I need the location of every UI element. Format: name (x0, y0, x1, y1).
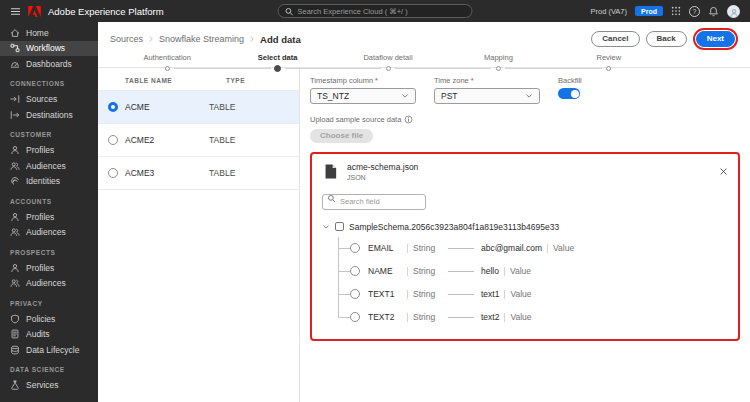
hamburger-menu-icon[interactable] (10, 6, 21, 17)
sidebar-item-audits[interactable]: Audits (0, 327, 98, 343)
required-marker: * (375, 76, 378, 85)
choose-file-button[interactable]: Choose file (310, 129, 373, 143)
chevron-down-icon (401, 92, 409, 100)
search-icon (285, 7, 294, 16)
toggle-knob (571, 90, 579, 98)
radio-unselected[interactable] (108, 135, 118, 145)
json-file-icon (322, 163, 339, 180)
step-dot (496, 66, 501, 71)
radio-selected[interactable] (108, 102, 118, 112)
schema-field-row-name: NAME String hello Value (338, 260, 728, 283)
environment-badge[interactable]: Prod (635, 6, 663, 16)
beaker-icon (10, 380, 20, 390)
table-list-panel: TABLE NAME TYPE ACME TABLE ACME2 TABLE A… (98, 68, 300, 402)
tree-line (338, 237, 339, 317)
sidebar-item-services[interactable]: Services (0, 378, 98, 394)
global-search-input[interactable] (298, 7, 466, 16)
step-dot (165, 66, 170, 71)
sidebar-item-customer-profiles[interactable]: Profiles (0, 143, 98, 159)
chevron-right-icon (248, 35, 256, 43)
sidebar-section-connections: CONNECTIONS (0, 76, 98, 92)
clipboard-icon (10, 329, 20, 339)
required-marker: * (471, 76, 474, 85)
home-icon (10, 28, 20, 38)
user-avatar[interactable] (727, 5, 740, 18)
person-icon (10, 263, 20, 273)
chevron-right-icon (147, 35, 155, 43)
environment-label: Prod (VA7) (591, 7, 628, 16)
collapse-chevron-icon[interactable] (322, 223, 330, 231)
cancel-button[interactable]: Cancel (591, 31, 639, 47)
uploaded-file-type: JSON (347, 174, 418, 181)
radio-unselected[interactable] (108, 168, 118, 178)
back-button[interactable]: Back (646, 31, 687, 47)
sidebar-item-accounts-profiles[interactable]: Profiles (0, 209, 98, 225)
avatar-person-icon (729, 8, 739, 18)
field-radio[interactable] (350, 243, 360, 253)
field-radio[interactable] (350, 266, 360, 276)
sidebar-item-label: Audiences (26, 278, 66, 288)
sidebar-item-home[interactable]: Home (0, 25, 98, 41)
sidebar-item-label: Profiles (26, 263, 54, 273)
info-icon[interactable] (404, 115, 413, 124)
top-bar: Adobe Experience Platform Prod (VA7) Pro… (0, 0, 750, 22)
help-icon[interactable] (689, 6, 700, 17)
schema-root-label: SampleSchema.2056c3923a804f1a819e3113b46… (349, 222, 559, 232)
backfill-label: Backfill (558, 76, 582, 85)
field-radio[interactable] (350, 312, 360, 322)
sidebar-item-identities[interactable]: Identities (0, 174, 98, 190)
sidebar-item-prospects-profiles[interactable]: Profiles (0, 260, 98, 276)
sidebar-item-label: Audiences (26, 161, 66, 171)
destinations-icon (10, 110, 20, 120)
sidebar-item-prospects-audiences[interactable]: Audiences (0, 276, 98, 292)
timezone-select[interactable]: PST (434, 88, 540, 104)
timezone-label: Time zone (434, 76, 469, 85)
chevron-down-icon (525, 92, 533, 100)
person-icon (10, 212, 20, 222)
step-select-data[interactable]: Select data (222, 53, 332, 72)
workflows-icon (10, 43, 20, 53)
sidebar-item-label: Sources (26, 94, 57, 104)
sidebar-section-prospects: PROSPECTS (0, 245, 98, 261)
app-switcher-icon[interactable] (671, 6, 681, 16)
field-search-input[interactable] (322, 194, 426, 210)
sidebar-item-customer-audiences[interactable]: Audiences (0, 158, 98, 174)
sidebar-item-label: Home (26, 28, 49, 38)
timestamp-field: Timestamp column* TS_NTZ (310, 76, 416, 104)
next-button[interactable]: Next (696, 31, 735, 47)
people-icon (10, 227, 20, 237)
close-icon[interactable] (719, 167, 728, 176)
field-radio[interactable] (350, 289, 360, 299)
step-review[interactable]: Review (554, 53, 664, 72)
table-row-acme[interactable]: ACME TABLE (98, 91, 299, 124)
sidebar-item-label: Identities (26, 176, 60, 186)
sidebar-item-label: Audits (26, 329, 50, 339)
table-row-acme3[interactable]: ACME3 TABLE (98, 157, 299, 190)
sidebar-item-label: Profiles (26, 212, 54, 222)
field-search[interactable] (322, 190, 426, 210)
sidebar-item-workflows[interactable]: Workflows (0, 41, 98, 57)
breadcrumb-snowflake-streaming[interactable]: Snowflake Streaming (159, 34, 244, 44)
timestamp-column-select[interactable]: TS_NTZ (310, 88, 416, 104)
breadcrumb-sources[interactable]: Sources (110, 34, 143, 44)
sidebar-item-accounts-audiences[interactable]: Audiences (0, 225, 98, 241)
notifications-bell-icon[interactable] (708, 6, 719, 17)
backfill-toggle[interactable] (558, 88, 580, 99)
sidebar-item-policies[interactable]: Policies (0, 311, 98, 327)
step-mapping[interactable]: Mapping (443, 53, 553, 72)
sidebar-item-label: Workflows (26, 43, 65, 53)
search-icon (327, 194, 336, 203)
sidebar-item-data-lifecycle[interactable]: Data Lifecycle (0, 342, 98, 358)
sidebar-item-destinations[interactable]: Destinations (0, 107, 98, 123)
step-dataflow-detail[interactable]: Dataflow detail (333, 53, 443, 72)
schema-root-checkbox[interactable] (335, 222, 344, 231)
table-row-acme2[interactable]: ACME2 TABLE (98, 124, 299, 157)
page-title: Add data (260, 34, 301, 45)
sidebar-item-dashboards[interactable]: Dashboards (0, 56, 98, 72)
sidebar-item-label: Policies (26, 314, 55, 324)
step-authentication[interactable]: Authentication (112, 53, 222, 72)
sidebar-item-sources[interactable]: Sources (0, 92, 98, 108)
global-search[interactable] (278, 4, 473, 18)
sidebar-item-label: Services (26, 380, 59, 390)
schema-field-row-text1: TEXT1 String text1 Value (338, 283, 728, 306)
